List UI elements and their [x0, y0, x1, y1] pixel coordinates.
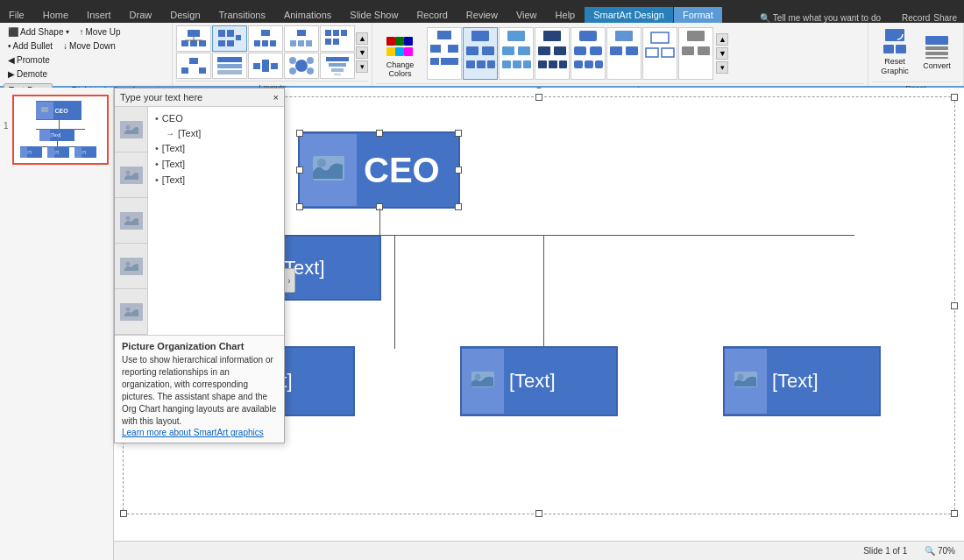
bot-box-3[interactable]: [Text]	[723, 346, 881, 416]
change-colors-button[interactable]: Change Colors	[376, 25, 423, 82]
tab-review[interactable]: Review	[457, 7, 507, 23]
text-pane-content: CEO [Text] [Text] [Text] [Text]	[115, 107, 284, 335]
layout-cell-1[interactable]	[176, 25, 211, 52]
layout-cell-10[interactable]	[320, 53, 355, 79]
text-item-sub-1[interactable]: [Text]	[155, 126, 277, 140]
styles-scroll-arrows: ▲ ▼ ▾	[716, 33, 728, 74]
reset-graphic-button[interactable]: Reset Graphic	[875, 29, 914, 76]
bot-box-2[interactable]: [Text]	[460, 346, 618, 416]
move-up-button[interactable]: ↑ Move Up	[75, 25, 125, 39]
svg-rect-66	[543, 31, 561, 41]
style-cell-5[interactable]	[571, 27, 606, 80]
learn-more-link[interactable]: Learn more about SmartArt graphics	[122, 428, 277, 437]
svg-rect-82	[651, 32, 669, 43]
layouts-scroll-up[interactable]: ▲	[356, 32, 368, 45]
style-cell-3[interactable]	[499, 27, 534, 80]
svg-rect-1	[181, 40, 188, 46]
handle-bm[interactable]	[535, 510, 542, 517]
styles-expand[interactable]: ▾	[716, 61, 728, 74]
svg-point-107	[317, 159, 326, 167]
move-down-button[interactable]: ↓ Move Down	[59, 39, 120, 53]
thumb-item-3[interactable]	[115, 198, 148, 244]
text-item-ceo[interactable]: CEO	[155, 110, 277, 126]
layouts-scroll-down[interactable]: ▼	[356, 46, 368, 59]
add-shape-button[interactable]: ⬛ Add Shape ▾	[4, 25, 74, 39]
ceo-handle-ml[interactable]	[296, 167, 303, 174]
tab-insert[interactable]: Insert	[78, 7, 120, 23]
change-colors-icon	[384, 29, 415, 60]
tab-draw[interactable]: Draw	[121, 7, 161, 23]
layout-cell-6[interactable]	[176, 53, 211, 79]
layout-cell-7[interactable]	[212, 53, 247, 79]
tab-slide-show[interactable]: Slide Show	[341, 7, 407, 23]
layouts-expand[interactable]: ▾	[356, 60, 368, 73]
ceo-handle-tr[interactable]	[455, 130, 462, 137]
convert-button[interactable]: Convert	[918, 33, 956, 71]
tab-animations[interactable]: Animations	[275, 7, 340, 23]
layout-cell-4[interactable]	[284, 25, 319, 52]
tab-home[interactable]: Home	[34, 7, 77, 23]
add-bullet-button[interactable]: • Add Bullet	[4, 39, 57, 53]
convert-label: Convert	[923, 61, 951, 71]
demote-button[interactable]: ▶ Demote	[4, 67, 52, 81]
tab-smartart-design[interactable]: SmartArt Design	[585, 7, 673, 23]
svg-rect-31	[262, 60, 269, 72]
svg-rect-51	[430, 58, 439, 65]
handle-mr[interactable]	[951, 302, 958, 309]
tab-help[interactable]: Help	[547, 7, 585, 23]
thumb-item-4[interactable]	[115, 244, 148, 289]
styles-scroll-down[interactable]: ▼	[716, 47, 728, 60]
rotate-handle[interactable]	[534, 88, 544, 89]
style-cell-2[interactable]	[463, 27, 498, 80]
svg-rect-27	[217, 57, 242, 62]
handle-tr[interactable]	[951, 94, 958, 101]
tab-design[interactable]: Design	[161, 7, 209, 23]
tab-view[interactable]: View	[507, 7, 546, 23]
styles-scroll-up[interactable]: ▲	[716, 33, 728, 46]
promote-button[interactable]: ◀ Promote	[4, 53, 54, 67]
ceo-handle-br[interactable]	[455, 203, 462, 210]
text-item-2[interactable]: [Text]	[155, 140, 277, 156]
svg-rect-53	[450, 58, 458, 65]
ceo-handle-bl[interactable]	[296, 203, 303, 210]
svg-rect-84	[662, 48, 674, 57]
svg-rect-80	[610, 46, 622, 55]
ceo-handle-mr[interactable]	[455, 167, 462, 174]
tab-format[interactable]: Format	[674, 7, 722, 23]
layout-cell-5[interactable]	[320, 25, 355, 52]
ceo-handle-tl[interactable]	[296, 130, 303, 137]
style-cell-4[interactable]	[535, 27, 570, 80]
slide-thumbnail[interactable]: CEO [Text] [T]	[12, 95, 109, 165]
style-cell-7[interactable]	[642, 27, 677, 80]
thumb-item-2[interactable]	[115, 152, 148, 198]
svg-point-101	[126, 216, 131, 220]
layouts-grid	[176, 25, 355, 79]
style-cell-8[interactable]	[678, 27, 713, 80]
layout-cell-3[interactable]	[248, 25, 283, 52]
handle-tm[interactable]	[535, 94, 542, 101]
tab-file[interactable]: File	[0, 7, 33, 23]
tab-transitions[interactable]: Transitions	[210, 7, 274, 23]
text-item-4[interactable]: [Text]	[155, 172, 277, 188]
ceo-image-placeholder	[300, 134, 357, 206]
svg-rect-25	[181, 67, 188, 74]
handle-bl[interactable]	[120, 510, 127, 517]
svg-rect-23	[333, 39, 339, 45]
svg-rect-6	[218, 30, 225, 37]
handle-br[interactable]	[951, 510, 958, 517]
layout-cell-2[interactable]	[212, 25, 247, 52]
thumb-item-1[interactable]	[115, 107, 148, 152]
layout-cell-9[interactable]	[284, 53, 319, 79]
text-item-3[interactable]: [Text]	[155, 156, 277, 172]
thumb-item-5[interactable]	[115, 289, 148, 335]
text-pane-close-button[interactable]: ×	[273, 92, 279, 103]
style-cell-6[interactable]	[606, 27, 641, 80]
layout-cell-8[interactable]	[248, 53, 283, 79]
style-cell-1[interactable]	[427, 27, 462, 80]
tab-record[interactable]: Record	[408, 7, 456, 23]
collapse-handle[interactable]: ›	[283, 268, 295, 293]
ceo-handle-tm[interactable]	[376, 130, 383, 137]
ceo-box[interactable]: CEO	[298, 131, 460, 209]
svg-rect-46	[395, 47, 404, 56]
svg-rect-7	[227, 30, 234, 37]
